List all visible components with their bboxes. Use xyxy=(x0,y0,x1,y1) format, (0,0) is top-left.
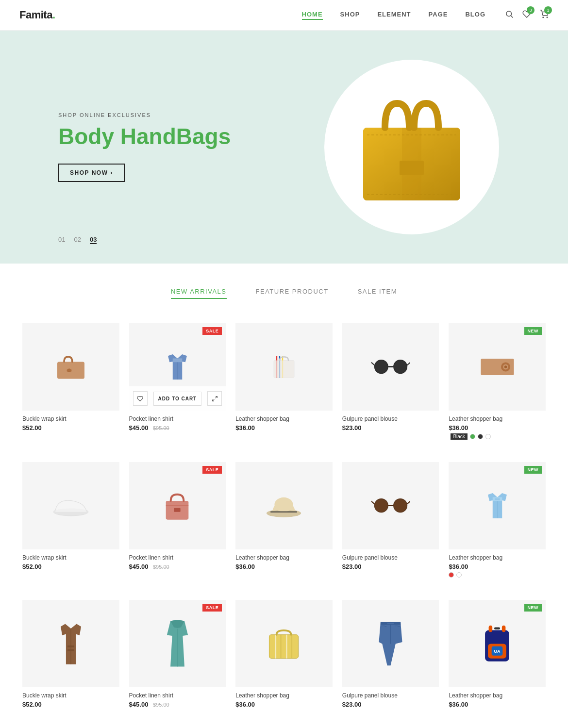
add-to-cart-button[interactable]: ADD TO CART xyxy=(153,392,202,406)
product-name: Leather shopper bag xyxy=(449,415,546,422)
hero-shop-now-button[interactable]: SHOP NOW xyxy=(58,164,125,182)
product-price: $23.00 xyxy=(342,424,439,431)
tab-new-arrivals[interactable]: NEW ARRIVALS xyxy=(171,288,227,299)
product-price: $23.00 xyxy=(342,563,439,570)
wishlist-button[interactable] xyxy=(133,391,148,406)
wishlist-button[interactable]: 3 xyxy=(522,10,531,20)
svg-rect-75 xyxy=(494,627,500,629)
product-image-wrap xyxy=(235,600,333,687)
product-price: $36.00 xyxy=(235,701,333,708)
indicator-2[interactable]: 02 xyxy=(74,236,81,244)
product-card[interactable]: Gulpure panel blouse $23.00 xyxy=(337,457,444,585)
product-card[interactable]: Buckle wrap skirt $52.00 xyxy=(17,457,124,585)
svg-point-50 xyxy=(394,499,406,512)
product-card[interactable]: Gulpure panel blouse $23.00 xyxy=(337,318,444,447)
svg-rect-15 xyxy=(173,358,183,362)
product-info: Leather shopper bag $36.00 xyxy=(235,687,333,711)
product-image-wrap: SALE xyxy=(129,462,226,549)
nav-blog[interactable]: BLOG xyxy=(465,11,485,20)
product-name: Gulpure panel blouse xyxy=(342,415,439,422)
nav-element[interactable]: ELEMENT xyxy=(377,11,411,20)
indicator-3[interactable]: 03 xyxy=(90,236,97,244)
color-options: Black xyxy=(449,433,546,440)
product-tabs: NEW ARRIVALS FEATURE PRODUCT SALE ITEM xyxy=(0,264,568,309)
search-button[interactable] xyxy=(505,10,514,20)
product-price: $36.00 xyxy=(235,563,333,570)
svg-rect-23 xyxy=(274,361,294,378)
product-card[interactable]: Buckle wrap skirt $52.00 xyxy=(17,595,124,716)
sale-badge: SALE xyxy=(202,604,222,612)
color-dot-white[interactable] xyxy=(456,572,462,578)
product-card[interactable]: Leather shopper bag $36.00 xyxy=(231,595,337,716)
svg-rect-12 xyxy=(67,369,71,372)
color-dot-white[interactable] xyxy=(485,434,491,439)
product-image-wrap xyxy=(342,600,439,687)
svg-point-30 xyxy=(394,361,406,373)
product-image-wrap: SALE ADD TO CART xyxy=(129,323,226,411)
product-price: $52.00 xyxy=(22,424,119,431)
card-actions: ADD TO CART xyxy=(129,386,226,411)
nav-shop[interactable]: SHOP xyxy=(340,11,360,20)
product-grid-row3: Buckle wrap skirt $52.00 SALE Pocket lin… xyxy=(0,585,568,716)
product-card[interactable]: Leather shopper bag $36.00 xyxy=(231,457,337,585)
quick-view-button[interactable] xyxy=(207,391,222,406)
product-name: Pocket linen shirt xyxy=(129,415,226,422)
product-image-wrap xyxy=(22,462,119,549)
svg-rect-58 xyxy=(67,649,74,651)
color-dot-red[interactable] xyxy=(449,572,454,578)
product-image-wrap xyxy=(342,462,439,549)
product-image xyxy=(162,616,193,672)
product-name: Gulpure panel blouse xyxy=(342,692,439,699)
product-card[interactable]: SALE Pocket linen shirt $45.00 $95.00 xyxy=(124,595,231,716)
product-image-wrap: NEW UA xyxy=(449,600,546,687)
wishlist-count: 3 xyxy=(527,6,535,14)
product-card[interactable]: Buckle wrap skirt $52.00 xyxy=(17,318,124,447)
color-dot-black[interactable] xyxy=(478,434,483,439)
product-image xyxy=(54,352,88,381)
site-header: Famita. HOME SHOP ELEMENT PAGE BLOG 3 1 xyxy=(0,0,568,31)
product-card[interactable]: Leather shopper bag $36.00 xyxy=(231,318,337,447)
product-image-wrap xyxy=(22,323,119,411)
product-name: Leather shopper bag xyxy=(235,692,333,699)
nav-page[interactable]: PAGE xyxy=(429,11,448,20)
product-card[interactable]: SALE ADD TO CART Pocket linen shirt $45.… xyxy=(124,318,231,447)
color-dot-green[interactable] xyxy=(470,434,475,439)
tab-sale-item[interactable]: SALE ITEM xyxy=(358,288,397,299)
svg-rect-60 xyxy=(269,634,299,658)
cart-button[interactable]: 1 xyxy=(540,10,549,20)
indicator-1[interactable]: 01 xyxy=(58,236,65,244)
product-price: $45.00 $95.00 xyxy=(129,424,226,431)
svg-line-16 xyxy=(215,396,217,398)
hero-subtitle: SHOP ONLINE EXCLUSIVES xyxy=(58,112,294,118)
product-name: Leather shopper bag xyxy=(449,692,546,699)
nav-home[interactable]: HOME xyxy=(302,11,323,20)
hero-section: SHOP ONLINE EXCLUSIVES Body HandBags SHO… xyxy=(0,31,568,264)
product-card[interactable]: NEW Leather shopper bag $36.00 xyxy=(444,457,551,585)
tab-feature-product[interactable]: FEATURE PRODUCT xyxy=(256,288,329,299)
product-image xyxy=(479,355,516,379)
svg-line-1 xyxy=(511,16,513,17)
svg-rect-26 xyxy=(388,366,394,367)
product-name: Pocket linen shirt xyxy=(129,554,226,561)
svg-point-42 xyxy=(275,497,293,512)
product-card[interactable]: Gulpure panel blouse $23.00 xyxy=(337,595,444,716)
product-image-wrap xyxy=(342,323,439,411)
product-image-wrap xyxy=(235,323,333,411)
new-badge: NEW xyxy=(524,466,542,474)
product-image xyxy=(482,489,513,523)
product-image xyxy=(51,494,90,518)
product-card[interactable]: SALE Pocket linen shirt $45.00 $95.00 xyxy=(124,457,231,585)
old-price: $95.00 xyxy=(153,702,169,708)
product-card[interactable]: NEW Leather shopper bag $36.00 Black xyxy=(444,318,551,447)
product-info: Gulpure panel blouse $23.00 xyxy=(342,687,439,711)
old-price: $95.00 xyxy=(153,564,169,570)
svg-rect-68 xyxy=(387,623,394,624)
product-card[interactable]: NEW UA Leather shopper bag $36.00 xyxy=(444,595,551,716)
svg-point-29 xyxy=(375,361,387,373)
svg-line-28 xyxy=(407,363,410,365)
product-image xyxy=(377,616,404,672)
svg-line-47 xyxy=(371,501,374,504)
logo[interactable]: Famita. xyxy=(19,9,55,21)
product-price: $52.00 xyxy=(22,701,119,708)
svg-rect-9 xyxy=(400,161,424,175)
